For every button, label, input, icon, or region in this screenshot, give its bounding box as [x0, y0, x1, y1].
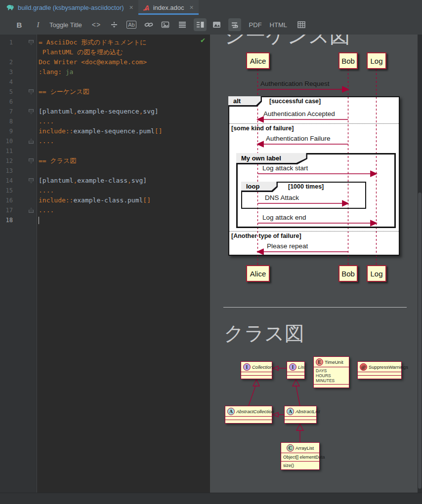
- editor-line[interactable]: 17....: [0, 205, 210, 215]
- guard-label: [some kind of failure]: [231, 125, 294, 132]
- editor-line[interactable]: 11: [0, 146, 210, 156]
- fold-column: [13, 166, 37, 176]
- code-text: ....: [39, 205, 54, 215]
- section-divider: [223, 307, 407, 308]
- line-number: 17: [0, 205, 13, 215]
- ide-window: build.gradle (ksbysample-asciidoctor) × …: [0, 0, 422, 504]
- line-number: 12: [0, 156, 13, 166]
- editor-preview-split: ✔ 1= AsciiDoc 形式のドキュメントに PlantUML の図を埋め込…: [0, 35, 422, 493]
- editor-line[interactable]: 18: [0, 215, 210, 225]
- editor-line[interactable]: PlantUML の図を埋め込む: [0, 47, 210, 57]
- editor-preview-layout-button[interactable]: [194, 18, 207, 31]
- code-text: Doc Writer <doc@example.com>: [39, 57, 147, 67]
- fold-marker-icon[interactable]: [29, 208, 34, 213]
- message-label: Authentication Accepted: [263, 110, 335, 117]
- editor-line[interactable]: 13: [0, 166, 210, 176]
- annotation-icon: @: [360, 363, 367, 371]
- guard-label: [Another type of failure]: [231, 233, 301, 239]
- fold-marker-icon[interactable]: [29, 40, 34, 45]
- fold-column[interactable]: [13, 136, 37, 146]
- media-button[interactable]: [211, 18, 223, 31]
- code-button[interactable]: <>: [90, 18, 103, 31]
- fold-column: [13, 186, 37, 195]
- line-number: 7: [0, 107, 13, 116]
- editor-line[interactable]: 16include::example-class.puml[]: [0, 195, 210, 205]
- pdf-button[interactable]: PDF: [246, 18, 265, 31]
- editor-line[interactable]: 4: [0, 77, 210, 87]
- code-text: include::example-class.puml[]: [39, 195, 151, 205]
- fold-marker-icon[interactable]: [29, 158, 34, 163]
- preview-heading-class: クラス図: [224, 320, 304, 347]
- auto-scroll-button[interactable]: [228, 18, 241, 31]
- editor-line[interactable]: 1= AsciiDoc 形式のドキュメントに: [0, 38, 210, 47]
- table-button[interactable]: [295, 18, 308, 31]
- tab-build-gradle[interactable]: build.gradle (ksbysample-asciidoctor) ×: [0, 0, 138, 15]
- code-editor[interactable]: ✔ 1= AsciiDoc 形式のドキュメントに PlantUML の図を埋め込…: [0, 35, 210, 493]
- line-number: [0, 47, 13, 57]
- editor-line[interactable]: 8....: [0, 116, 210, 126]
- code-text: == クラス図: [39, 156, 76, 166]
- horizontal-rule-button[interactable]: [108, 18, 121, 31]
- fold-column: [13, 77, 37, 87]
- inline-code-button[interactable]: Ab: [125, 18, 138, 31]
- participant-log: Log: [367, 265, 386, 282]
- editor-line[interactable]: 9include::example-sequence.puml[]: [0, 126, 210, 136]
- insert-image-button[interactable]: [159, 18, 172, 31]
- line-number: 13: [0, 166, 13, 176]
- fold-column: [13, 57, 37, 67]
- editor-lines: 1= AsciiDoc 形式のドキュメントに PlantUML の図を埋め込む2…: [0, 38, 210, 225]
- close-icon[interactable]: ×: [190, 3, 194, 11]
- line-number: 1: [0, 38, 13, 47]
- fold-column[interactable]: [13, 107, 37, 116]
- editor-line[interactable]: 6: [0, 97, 210, 107]
- code-text: ....: [39, 186, 54, 195]
- image-icon: [161, 21, 169, 29]
- fold-column[interactable]: [13, 156, 37, 166]
- close-icon[interactable]: ×: [129, 3, 133, 11]
- link-icon: [144, 21, 153, 29]
- fold-marker-icon[interactable]: [29, 89, 34, 94]
- message-label: Authentication Request: [260, 80, 330, 87]
- participant-bob: Bob: [338, 52, 358, 69]
- class-list: I List: [287, 361, 305, 379]
- code-text: [39, 215, 39, 225]
- code-text: ....: [39, 136, 54, 146]
- annotation-suppresswarnings: @ SuppressWarnings: [357, 361, 402, 379]
- tab-index-adoc[interactable]: A index.adoc ×: [138, 0, 199, 15]
- bold-button[interactable]: B: [13, 18, 26, 31]
- editor-line[interactable]: 10....: [0, 136, 210, 146]
- fold-marker-icon[interactable]: [29, 178, 34, 183]
- line-number: 4: [0, 77, 13, 87]
- italic-button[interactable]: I: [32, 18, 44, 31]
- editor-line[interactable]: 3:lang: ja: [0, 67, 210, 77]
- asciidoc-preview-pane: シーケンス図: [210, 35, 422, 493]
- fold-column: [13, 126, 37, 136]
- class-abstractlist: A AbstractList: [284, 406, 317, 424]
- link-button[interactable]: [142, 18, 155, 31]
- editor-line[interactable]: 15....: [0, 186, 210, 195]
- message-label: Authentication Failure: [266, 135, 331, 142]
- editor-line[interactable]: 2Doc Writer <doc@example.com>: [0, 57, 210, 67]
- message-label: Log attack start: [262, 164, 308, 172]
- list-button[interactable]: [176, 18, 189, 31]
- fold-column[interactable]: [13, 38, 37, 47]
- fold-column[interactable]: [13, 176, 37, 186]
- line-number: 5: [0, 87, 13, 97]
- tab-label: build.gradle (ksbysample-asciidoctor): [18, 4, 124, 11]
- sequence-diagram: alt My own label loop [successful case] …: [210, 35, 422, 291]
- fold-column[interactable]: [13, 205, 37, 215]
- html-button[interactable]: HTML: [267, 18, 290, 31]
- editor-line[interactable]: 7[plantuml,example-sequence,svg]: [0, 107, 210, 116]
- line-number: 9: [0, 126, 13, 136]
- editor-line[interactable]: 14[plantuml,example-class,svg]: [0, 176, 210, 186]
- fold-marker-icon[interactable]: [29, 109, 34, 114]
- fold-column: [13, 97, 37, 107]
- toggle-title-button[interactable]: Toggle Title: [46, 18, 85, 31]
- editor-line[interactable]: 5== シーケンス図: [0, 87, 210, 97]
- code-text: [plantuml,example-class,svg]: [39, 176, 147, 186]
- code-text: [plantuml,example-sequence,svg]: [39, 107, 159, 116]
- fold-marker-icon[interactable]: [29, 139, 34, 144]
- editor-line[interactable]: 12== クラス図: [0, 156, 210, 166]
- fold-column[interactable]: [13, 87, 37, 97]
- interface-icon: I: [243, 363, 251, 371]
